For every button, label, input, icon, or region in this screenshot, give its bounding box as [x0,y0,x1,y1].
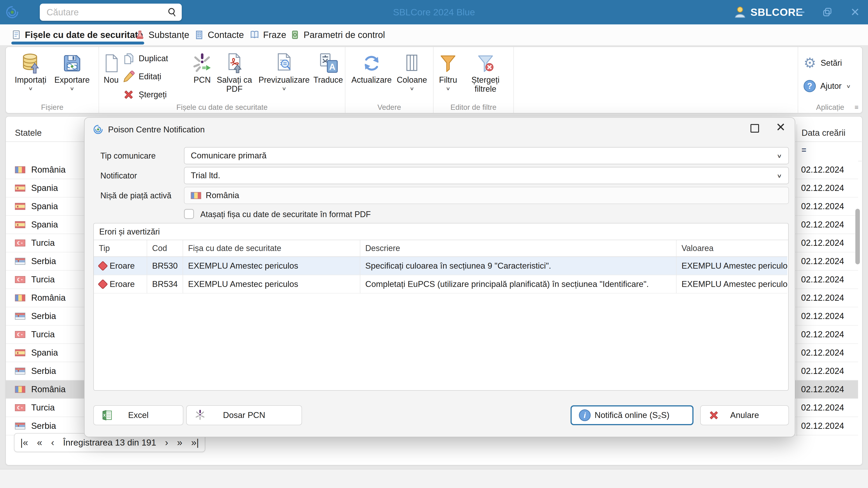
table-row-date[interactable]: 02.12.2024 [797,252,858,271]
duplicate-button[interactable]: Duplicat [123,53,190,65]
error-cell-fisa[interactable]: EXEMPLU Amestec periculos [183,257,360,275]
error-cell-valoarea[interactable]: EXEMPLU Amestec periculos [677,257,787,275]
error-cell-cod[interactable]: BR534 [147,275,183,293]
error-cell-descriere[interactable]: Completați EuPCS (utilizare principală p… [360,275,677,293]
column-header-tip[interactable]: Tip [94,240,147,257]
tab-parametri-de-control[interactable]: Parametri de control [290,24,385,45]
help-button[interactable]: ? Ajutor ∨ [804,80,862,92]
table-row-date[interactable]: 02.12.2024 [797,289,858,307]
column-header-data-crearii[interactable]: Data creării [802,124,845,141]
nisa-de-piata-field[interactable]: România [184,187,789,204]
table-row-date[interactable]: 02.12.2024 [797,344,858,362]
ribbon-group-caption: Fișiere [6,103,98,111]
error-cell-tip[interactable]: Eroare [94,257,147,275]
table-row-date[interactable]: 02.12.2024 [797,216,858,234]
preview-button[interactable]: Previzualizare ∨ [256,50,312,92]
notificator-select[interactable]: Trial ltd. ∨ [184,167,789,184]
edit-button[interactable]: Editați [123,70,190,83]
equals-filter-icon[interactable]: = [802,145,806,155]
pagination-prev-button[interactable]: ‹ [51,437,54,448]
close-button[interactable]: ✕ [847,0,863,24]
column-header-fisa[interactable]: Fișa cu date de securitate [183,240,360,257]
pagination-last-button[interactable]: »| [191,437,199,448]
button-label: Nou [104,75,119,85]
table-row-date[interactable]: 02.12.2024 [797,381,858,399]
tab-contacte[interactable]: Contacte [194,24,244,45]
button-label: Setări [821,58,842,68]
ribbon-group-fisiere: Importați ∨ Exportare ∨ Fișiere [6,47,98,113]
button-label: PCN [193,75,211,85]
minimize-button[interactable] [792,0,808,24]
group-menu-icon[interactable]: ≡ [855,103,858,111]
notify-online-button[interactable]: i Notifică online (S₂S) [570,405,693,425]
settings-button[interactable]: ⚙ Setări [804,56,862,70]
dialog-close-button[interactable]: ✕ [776,121,786,133]
attach-pdf-checkbox[interactable] [184,209,194,219]
columns-button[interactable]: Coloane ∨ [397,50,427,92]
spain-flag-icon [15,221,25,228]
refresh-button[interactable]: Actualizare [351,50,392,85]
table-row-date[interactable]: 02.12.2024 [797,179,858,197]
table-row-date[interactable]: 02.12.2024 [797,399,858,417]
tab-label: Substanțe [149,30,189,40]
error-cell-fisa[interactable]: EXEMPLU Amestec periculos [183,275,360,293]
cancel-button[interactable]: Anulare [700,405,789,425]
state-label: Serbia [31,256,56,266]
state-label: România [31,165,66,175]
save-as-pdf-button[interactable]: Salvați ca PDF [214,50,255,94]
button-label: Anulare [730,411,759,420]
tab-fisele-cu-date-de-securitate[interactable]: Fișele cu date de securitate [11,24,143,45]
tip-comunicare-select[interactable]: Comunicare primară ∨ [184,147,789,164]
button-label: Dosar PCN [223,411,265,420]
table-row-date[interactable]: 02.12.2024 [797,197,858,216]
filter-button[interactable]: Filtru ∨ [438,50,458,92]
clear-filters-button[interactable]: Ștergeți filtrele [462,50,509,94]
preview-icon [273,53,295,74]
dialog-maximize-button[interactable] [750,124,759,133]
error-cell-cod[interactable]: BR530 [147,257,183,275]
error-tip-label: Eroare [110,280,135,289]
state-label: România [31,385,66,394]
columns-icon [401,53,423,74]
pagination-next-button[interactable]: › [165,437,168,448]
gear-icon: ⚙ [804,56,816,70]
table-row-date[interactable]: 02.12.2024 [797,417,858,435]
button-label: Duplicat [139,54,168,63]
vertical-scrollbar[interactable] [855,209,860,264]
table-row-date[interactable]: 02.12.2024 [797,307,858,326]
excel-button[interactable]: X Excel [93,405,183,425]
new-button[interactable]: Nou [101,50,121,85]
column-header-cod[interactable]: Cod [147,240,183,257]
column-header-descriere[interactable]: Descriere [360,240,677,257]
state-label: Serbia [31,366,56,376]
column-header-valoarea[interactable]: Valoarea [677,240,787,257]
column-header-statele[interactable]: Statele [15,124,41,141]
table-row-date[interactable]: 02.12.2024 [797,234,858,252]
tab-substante[interactable]: Substanțe [135,24,189,45]
pagination-fast-prev-button[interactable]: « [37,437,42,448]
import-button[interactable]: Importați ∨ [15,50,46,92]
error-cell-valoarea[interactable]: EXEMPLU Amestec periculos [677,275,787,293]
error-cell-descriere[interactable]: Specificați culoarea în secțiunea 9 "Car… [360,257,677,275]
ribbon-group-sds: Nou Duplicat Editați Ștergeți PCN [98,47,345,113]
pagination-fast-next-button[interactable]: » [177,437,182,448]
delete-button[interactable]: Ștergeți [123,89,190,101]
pcn-button[interactable]: PCN [191,50,213,85]
table-row-date[interactable]: 02.12.2024 [797,362,858,381]
table-row-date[interactable]: 02.12.2024 [797,326,858,344]
tab-fraze[interactable]: Fraze [250,24,286,45]
state-label: Spania [31,348,58,358]
export-button[interactable]: Exportare ∨ [55,50,90,92]
chevron-down-icon: ∨ [70,86,74,91]
state-label: Turcia [31,403,55,413]
state-label: Turcia [31,275,55,285]
error-cell-tip[interactable]: Eroare [94,275,147,293]
table-row-date[interactable]: 02.12.2024 [797,271,858,289]
table-row-date[interactable]: 02.12.2024 [797,161,858,179]
translate-button[interactable]: A Traduce [313,50,343,85]
small-buttons-column: Duplicat Editați Ștergeți [123,50,190,101]
dosar-pcn-button[interactable]: Dosar PCN [186,405,302,425]
pagination-first-button[interactable]: |« [20,437,28,448]
state-label: Turcia [31,238,55,248]
maximize-button[interactable] [819,0,835,24]
